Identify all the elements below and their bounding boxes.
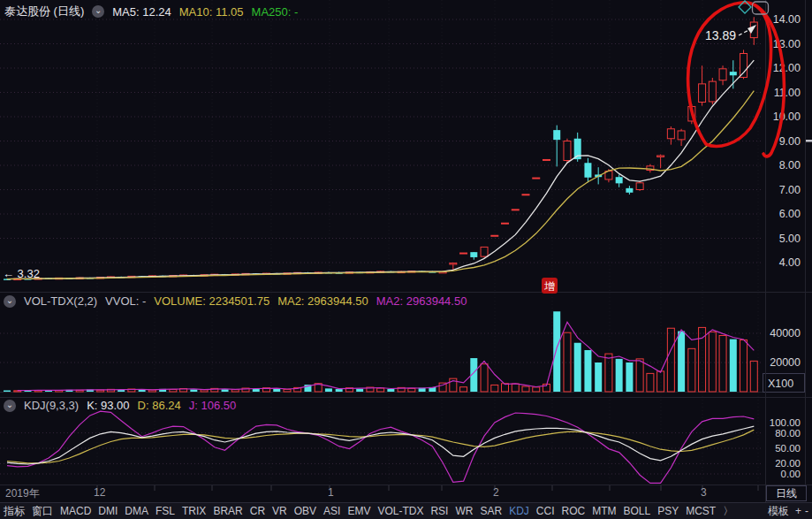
timeline-label: 12 <box>94 486 105 499</box>
left-price-marker: ← 3.32 <box>3 267 40 280</box>
toolbar-item-KDJ[interactable]: KDJ <box>509 505 529 517</box>
toolbar-item-ROC[interactable]: ROC <box>562 505 586 517</box>
price-axis-label: 10.00 <box>773 111 801 123</box>
toolbar-item-FSL[interactable]: FSL <box>156 505 175 517</box>
timeline-label: 3 <box>701 486 707 499</box>
main-chart-header: 泰达股份 (日线) ⌄ MA5: 12.24 MA10: 11.05 MA250… <box>4 4 298 19</box>
kdj-axis-label: 80.00 <box>775 428 801 439</box>
timeline-axis: 日线 2019年12123 <box>0 485 812 501</box>
kdj-axis-label: 50.00 <box>775 443 801 454</box>
toolbar-item-VR[interactable]: VR <box>272 505 287 517</box>
collapse-main-icon[interactable]: ⌄ <box>92 5 104 18</box>
kdj-panel-header: ⌄ KDJ(9,3,3) K: 93.00 D: 86.24 J: 106.50 <box>4 399 236 412</box>
candles-layer <box>4 17 757 280</box>
volume-bars-layer <box>4 311 757 392</box>
toolbar-item-RSI[interactable]: RSI <box>430 505 448 517</box>
volume-ma2b-value: MA2: 2963944.50 <box>376 294 467 308</box>
kdj-axis-label: 100.00 <box>770 417 801 428</box>
toolbar-item-OBV[interactable]: OBV <box>294 505 316 517</box>
toolbar-item-MACD[interactable]: MACD <box>60 505 91 517</box>
toolbar-right-+[interactable]: + <box>795 503 801 519</box>
volume-axis-label: 40000 <box>770 327 801 340</box>
toolbar-item-WR[interactable]: WR <box>455 505 473 517</box>
price-axis-label: 9.00 <box>779 135 801 148</box>
kdj-axis-label: 20.00 <box>775 458 801 469</box>
toolbar-item-VOL-TDX[interactable]: VOL-TDX <box>377 505 423 517</box>
price-axis-label: 14.00 <box>773 13 801 26</box>
ma-lines-layer <box>7 60 754 279</box>
price-axis-label: 6.00 <box>779 208 801 220</box>
volume-value: VOLUME: 2234501.75 <box>154 294 269 308</box>
kdj-k-value: K: 93.00 <box>87 399 129 412</box>
period-selector[interactable]: 日线 <box>766 485 807 501</box>
toolbar-item-x[interactable]: 〉 <box>723 504 733 519</box>
current-price-tick <box>806 140 812 142</box>
price-axis-label: 4.00 <box>779 256 801 269</box>
collapse-kdj-icon[interactable]: ⌄ <box>4 400 16 412</box>
volume-ma2-value: MA2: 2963944.50 <box>277 294 368 308</box>
indicator-toolbar: 指标窗口MACDDMIDMAFSLTRIXBRARCRVROBVASIEMVVO… <box>0 502 812 519</box>
toolbar-item-xx[interactable]: 指标 <box>4 504 25 519</box>
toolbar-right--[interactable]: - <box>805 503 808 519</box>
ma5-value: MA5: 12.24 <box>112 5 171 19</box>
toolbar-item-BOLL[interactable]: BOLL <box>624 505 651 517</box>
chart-canvas[interactable]: 14.0013.0012.0011.0010.009.008.007.006.0… <box>0 0 812 519</box>
toolbar-item-DMI[interactable]: DMI <box>98 505 118 517</box>
price-callout-label: 13.89 <box>705 28 736 42</box>
toolbar-item-ASI[interactable]: ASI <box>323 505 340 517</box>
event-badge-label: 增 <box>544 280 555 293</box>
timeline-label: 2 <box>493 486 499 499</box>
toolbar-item-MTM[interactable]: MTM <box>592 505 616 517</box>
toolbar-items: 指标窗口MACDDMIDMAFSLTRIXBRARCRVROBVASIEMVVO… <box>4 503 740 519</box>
timeline-label: 2019年 <box>5 486 40 501</box>
ma10-value: MA10: 11.05 <box>179 5 244 19</box>
tdx-chart-window: 14.0013.0012.0011.0010.009.008.007.006.0… <box>0 0 812 519</box>
volume-panel-header: ⌄ VOL-TDX(2,2) VVOL: - VOLUME: 2234501.7… <box>4 294 467 308</box>
kdj-d-value: D: 86.24 <box>138 399 181 412</box>
ma250-value: MA250: - <box>252 5 299 19</box>
toolbar-item-CR[interactable]: CR <box>250 505 265 517</box>
vvol-value: VVOL: - <box>105 294 146 308</box>
panel-dividers <box>0 0 812 502</box>
price-axis-label: 11.00 <box>774 87 801 99</box>
toolbar-item-CCI[interactable]: CCI <box>536 505 555 517</box>
volume-indicator-name: VOL-TDX(2,2) <box>24 294 97 308</box>
stock-title: 泰达股份 (日线) <box>4 4 84 19</box>
price-axis-label: 7.00 <box>779 184 801 196</box>
toolbar-item-DMA[interactable]: DMA <box>125 505 148 517</box>
toolbar-item-SAR[interactable]: SAR <box>480 505 502 517</box>
price-axis-label: 12.00 <box>773 62 801 74</box>
timeline-label: 1 <box>328 486 334 499</box>
toolbar-item-MCST[interactable]: MCST <box>686 505 716 517</box>
kdj-lines-layer <box>7 411 754 483</box>
toolbar-right-模板[interactable]: 模板 <box>768 503 789 519</box>
toolbar-item-PSY[interactable]: PSY <box>657 505 679 517</box>
volume-axis-label: 20000 <box>770 356 801 369</box>
vertical-gridlines <box>97 0 758 491</box>
kdj-j-value: J: 106.50 <box>189 399 237 412</box>
toolbar-item-xx[interactable]: 窗口 <box>32 504 53 519</box>
kdj-axis-label: 0.00 <box>781 469 801 479</box>
toolbar-item-BRAR[interactable]: BRAR <box>213 505 242 517</box>
price-axis-label: 8.00 <box>779 159 801 172</box>
collapse-volume-icon[interactable]: ⌄ <box>4 295 16 308</box>
annotations-layer: 13.89← 3.32增 <box>3 1 784 294</box>
toolbar-item-EMV[interactable]: EMV <box>347 505 370 517</box>
toolbar-item-TRIX[interactable]: TRIX <box>182 505 206 517</box>
volume-unit-label: X100 <box>768 378 793 390</box>
price-axis-label: 5.00 <box>779 233 801 245</box>
kdj-indicator-name: KDJ(9,3,3) <box>24 399 79 412</box>
